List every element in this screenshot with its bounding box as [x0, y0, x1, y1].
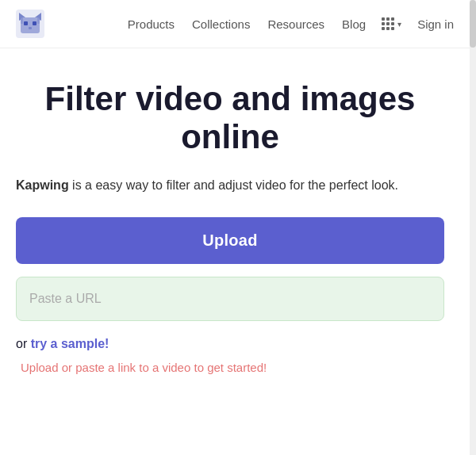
hint-text: Upload or paste a link to a video to get… — [16, 361, 444, 374]
svg-rect-8 — [37, 17, 40, 24]
url-input[interactable] — [16, 277, 444, 321]
scrollbar-thumb[interactable] — [470, 0, 476, 48]
header: Products Collections Resources Blog ▾ Si… — [0, 0, 476, 48]
nav-collections[interactable]: Collections — [186, 14, 256, 34]
nav-blog[interactable]: Blog — [336, 14, 372, 34]
nav-resources[interactable]: Resources — [261, 14, 331, 34]
scrollbar[interactable] — [470, 0, 476, 455]
svg-rect-4 — [24, 21, 28, 25]
nav: Products Collections Resources Blog ▾ Si… — [121, 14, 460, 34]
svg-rect-7 — [21, 17, 23, 24]
main-content: Filter video and images online Kapwing i… — [0, 48, 460, 398]
svg-rect-6 — [29, 27, 32, 29]
nav-products[interactable]: Products — [121, 14, 181, 34]
svg-rect-5 — [33, 21, 36, 25]
try-sample-link[interactable]: try a sample! — [31, 337, 109, 350]
nav-apps-menu[interactable]: ▾ — [377, 14, 406, 33]
hero-subtitle: Kapwing is a easy way to filter and adju… — [16, 176, 444, 196]
apps-grid-icon — [382, 17, 394, 30]
subtitle-rest: is a easy way to filter and adjust video… — [69, 178, 398, 192]
upload-button[interactable]: Upload — [16, 217, 444, 264]
brand-name: Kapwing — [16, 178, 69, 192]
apps-chevron-icon: ▾ — [397, 20, 401, 29]
or-label: or — [16, 337, 31, 350]
logo[interactable] — [16, 10, 44, 38]
svg-rect-3 — [21, 17, 40, 33]
nav-signin[interactable]: Sign in — [411, 14, 460, 34]
hero-title: Filter video and images online — [16, 80, 444, 157]
or-sample-text: or try a sample! — [16, 337, 444, 351]
